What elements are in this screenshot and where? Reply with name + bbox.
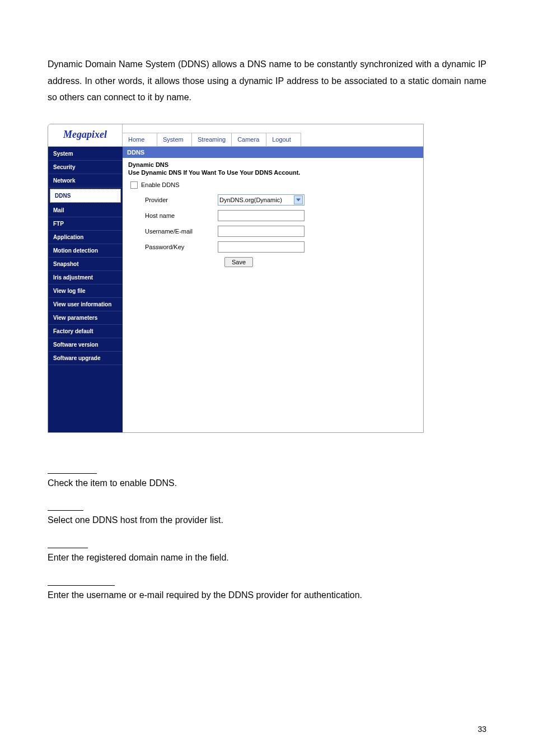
sidebar-item-ddns[interactable]: DDNS <box>50 189 121 203</box>
app-screenshot: Megapixel Home System Streaming Camera L… <box>48 124 424 433</box>
nav-logout[interactable]: Logout <box>266 133 301 146</box>
sidebar-item-security[interactable]: Security <box>49 161 122 174</box>
panel-title: DDNS <box>123 147 423 158</box>
sidebar-item-view-log-file[interactable]: View log file <box>49 284 122 298</box>
username-input[interactable] <box>218 226 305 237</box>
sidebar-item-network[interactable]: Network <box>49 174 122 188</box>
sidebar-item-software-upgrade[interactable]: Software upgrade <box>49 352 122 365</box>
definition-item: Enter the username or e-mail required by… <box>48 585 486 603</box>
sidebar-item-view-parameters[interactable]: View parameters <box>49 311 122 325</box>
username-label: Username/E-mail <box>145 228 218 235</box>
definition-description: Enter the username or e-mail required by… <box>48 588 486 603</box>
password-input[interactable] <box>218 241 305 253</box>
sidebar-item-view-user-information[interactable]: View user information <box>49 298 122 311</box>
definition-description: Select one DDNS host from the provider l… <box>48 513 486 528</box>
password-label: Password/Key <box>145 244 218 250</box>
definition-underline <box>48 548 88 548</box>
sidebar-item-motion-detection[interactable]: Motion detection <box>49 244 122 258</box>
sidebar: SystemSecurityNetworkDDNSMailFTPApplicat… <box>48 147 123 432</box>
intro-paragraph: Dynamic Domain Name System (DDNS) allows… <box>48 56 486 106</box>
definition-underline <box>48 473 97 474</box>
definition-description: Enter the registered domain name in the … <box>48 550 486 565</box>
sidebar-item-ftp[interactable]: FTP <box>49 217 122 231</box>
content-panel: DDNS Dynamic DNS Use Dynamic DNS If You … <box>123 147 423 432</box>
definition-item: Select one DDNS host from the provider l… <box>48 510 486 528</box>
logo: Megapixel <box>48 124 123 146</box>
hostname-input[interactable] <box>218 210 305 221</box>
sidebar-item-snapshot[interactable]: Snapshot <box>49 258 122 271</box>
panel-hint: Use Dynamic DNS If You Want To Use Your … <box>128 169 418 176</box>
sidebar-item-iris-adjustment[interactable]: Iris adjustment <box>49 271 122 284</box>
panel-heading: Dynamic DNS <box>128 161 168 168</box>
definition-description: Check the item to enable DDNS. <box>48 476 486 491</box>
definition-underline <box>48 585 115 586</box>
sidebar-item-mail[interactable]: Mail <box>49 204 122 217</box>
page-number: 33 <box>477 725 486 734</box>
sidebar-item-software-version[interactable]: Software version <box>49 338 122 352</box>
definition-item: Check the item to enable DDNS. <box>48 473 486 491</box>
sidebar-item-system[interactable]: System <box>49 147 122 161</box>
definition-underline <box>48 510 83 511</box>
nav-system[interactable]: System <box>157 133 192 146</box>
sidebar-item-factory-default[interactable]: Factory default <box>49 325 122 338</box>
enable-ddns-checkbox[interactable] <box>130 181 138 189</box>
nav-home[interactable]: Home <box>123 133 157 146</box>
definition-item: Enter the registered domain name in the … <box>48 548 486 565</box>
save-button[interactable]: Save <box>224 257 253 267</box>
definitions-list: Check the item to enable DDNS.Select one… <box>48 473 486 602</box>
hostname-label: Host name <box>145 212 218 219</box>
nav-streaming[interactable]: Streaming <box>192 133 232 146</box>
chevron-down-icon <box>294 195 303 204</box>
enable-ddns-label: Enable DDNS <box>141 181 179 188</box>
top-navigation: Home System Streaming Camera Logout <box>123 133 301 146</box>
provider-select[interactable]: DynDNS.org(Dynamic) <box>218 194 305 206</box>
nav-camera[interactable]: Camera <box>232 133 266 146</box>
provider-value: DynDNS.org(Dynamic) <box>219 197 282 203</box>
provider-label: Provider <box>145 197 218 203</box>
sidebar-item-application[interactable]: Application <box>49 231 122 244</box>
